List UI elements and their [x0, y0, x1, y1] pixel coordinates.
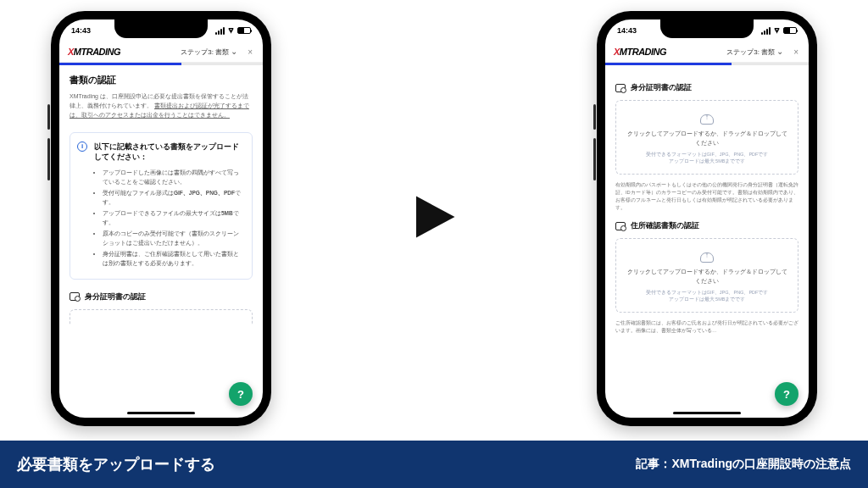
status-time: 14:43: [71, 26, 91, 35]
info-icon: i: [77, 141, 87, 152]
notch: [114, 19, 208, 38]
step-dropdown[interactable]: ステップ3: 書類: [125, 47, 241, 57]
list-item: アップロードできるファイルの最大サイズは5MBです。: [103, 208, 243, 227]
list-item: アップロードした画像には書類の四隅がすべて写っていることをご確認ください。: [103, 168, 243, 186]
notch: [660, 19, 754, 38]
address-note-cut: ご住所確認書類には、お客様のご氏名および発行日が明記されている必要がございます。…: [615, 319, 798, 335]
upload-icon: [700, 114, 714, 125]
dropzone-sub: 受付できるフォーマットはGIF、JPG、PNG、PDFです アップロードは最大 …: [625, 151, 789, 165]
page-title: 書類の認証: [70, 74, 253, 86]
id-card-icon: [615, 222, 626, 230]
id-note: 有効期限内のパスポートもしくはその他の公的機関発行の身分証明書（運転免許証、ID…: [615, 181, 798, 213]
screen: 14:43 ⛛ XMTRADING ステップ3: 書類 × 書類の認証 XMTr…: [59, 19, 263, 418]
dropzone-id[interactable]: クリックしてアップロードするか、ドラッグ＆ドロップしてください 受付できるフォー…: [615, 100, 798, 175]
help-fab[interactable]: ?: [229, 382, 253, 406]
status-right: ⛛: [215, 26, 251, 35]
section-title: 身分証明書の認証: [85, 291, 146, 302]
list-item: 受付可能なファイル形式はGIF、JPG、PNG、PDFです。: [103, 188, 243, 207]
section-header-id: 身分証明書の認証: [70, 291, 253, 302]
id-card-icon: [615, 84, 626, 92]
caption-banner: 必要書類をアップロードする 記事：XMTradingの口座開設時の注意点: [0, 441, 868, 488]
lead-text: XMTrading は、口座開設申込に必要な提出書類を保管することが法律上、義務…: [70, 92, 253, 120]
status-time: 14:43: [617, 26, 637, 35]
dropzone-label: クリックしてアップロードするか、ドラッグ＆ドロップしてください: [625, 130, 789, 147]
wifi-icon: ⛛: [773, 26, 781, 35]
transition-arrow-icon: [404, 187, 464, 250]
dropzone-partial[interactable]: [70, 309, 253, 324]
home-indicator: [127, 412, 195, 414]
section-title: 住所確認書類の認証: [631, 220, 699, 231]
stage: 14:43 ⛛ XMTRADING ステップ3: 書類 × 書類の認証 XMTr…: [0, 0, 868, 488]
signal-icon: [215, 27, 225, 35]
app-header: XMTRADING ステップ3: 書類 ×: [59, 42, 263, 63]
id-card-icon: [70, 292, 80, 301]
screen: 14:43 ⛛ XMTRADING ステップ3: 書類 × 身分証明書の認証: [605, 19, 809, 418]
info-box: i 以下に記載されている書類をアップロードしてください： アップロードした画像に…: [70, 132, 253, 280]
dropzone-sub: 受付できるフォーマットはGIF、JPG、PNG、PDFです アップロードは最大 …: [625, 289, 789, 303]
section-header-address: 住所確認書類の認証: [615, 220, 798, 231]
brand-logo: XMTRADING: [614, 47, 666, 57]
list-item: 身分証明書は、ご住所確認書類として用いた書類とは別の書類とする必要があります。: [103, 249, 243, 268]
phone-left: 14:43 ⛛ XMTRADING ステップ3: 書類 × 書類の認証 XMTr…: [51, 11, 271, 426]
dropzone-address[interactable]: クリックしてアップロードするか、ドラッグ＆ドロップしてください 受付できるフォー…: [615, 238, 798, 313]
list-item: 原本のコピーのみ受付可能です（書類のスクリーンショットはご提出いただけません）。: [103, 229, 243, 247]
app-header: XMTRADING ステップ3: 書類 ×: [605, 42, 809, 63]
dropzone-label: クリックしてアップロードするか、ドラッグ＆ドロップしてください: [625, 268, 789, 286]
signal-icon: [761, 27, 771, 35]
status-right: ⛛: [761, 26, 797, 35]
info-title: 以下に記載されている書類をアップロードしてください：: [94, 141, 243, 164]
section-header-id: 身分証明書の認証: [615, 82, 798, 93]
info-list: アップロードした画像には書類の四隅がすべて写っていることをご確認ください。 受付…: [94, 168, 243, 268]
close-icon[interactable]: ×: [246, 47, 254, 57]
banner-right: 記事：XMTradingの口座開設時の注意点: [636, 457, 851, 472]
phone-right: 14:43 ⛛ XMTRADING ステップ3: 書類 × 身分証明書の認証: [597, 11, 817, 426]
brand-logo: XMTRADING: [68, 47, 120, 57]
battery-icon: [237, 27, 251, 34]
section-title: 身分証明書の認証: [631, 82, 692, 93]
help-fab[interactable]: ?: [775, 382, 798, 406]
svg-marker-0: [416, 197, 455, 238]
banner-left: 必要書類をアップロードする: [17, 454, 215, 474]
upload-icon: [700, 252, 714, 263]
wifi-icon: ⛛: [227, 26, 235, 35]
content[interactable]: 書類の認証 XMTrading は、口座開設申込に必要な提出書類を保管することが…: [59, 65, 263, 418]
content[interactable]: 身分証明書の認証 クリックしてアップロードするか、ドラッグ＆ドロップしてください…: [605, 65, 809, 418]
battery-icon: [783, 27, 797, 34]
close-icon[interactable]: ×: [792, 47, 800, 57]
step-dropdown[interactable]: ステップ3: 書類: [671, 47, 787, 57]
home-indicator: [673, 412, 741, 414]
